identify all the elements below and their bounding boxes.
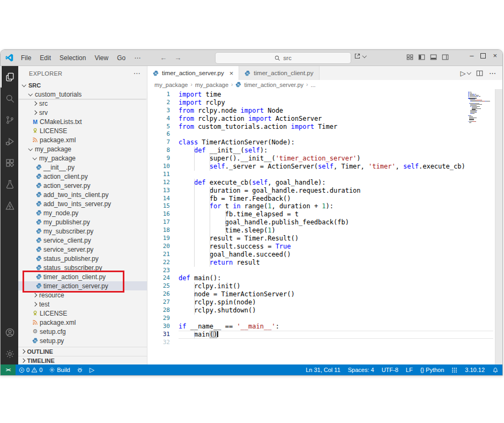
code-line[interactable]: 8 def __init__(self): (147, 147, 502, 155)
code-line[interactable]: 3from rclpy.node import Node (147, 107, 502, 115)
tree-item-package-xml[interactable]: package.xml (18, 318, 147, 327)
code-line[interactable]: 31 main() (147, 331, 502, 339)
sidebar-more-actions-icon[interactable]: ⋯ (134, 69, 140, 77)
code-line[interactable]: 5from custom_tutorials.action import Tim… (147, 123, 502, 131)
minimap[interactable] (468, 92, 494, 125)
tree-item-test[interactable]: test (18, 300, 147, 309)
tab-timer-action-server-py[interactable]: timer_action_server.py× (147, 66, 239, 80)
editor-scrollbar[interactable] (495, 89, 502, 364)
tree-item-my-package[interactable]: my_package (18, 144, 147, 154)
tab-close-icon[interactable]: × (229, 69, 234, 77)
encoding[interactable]: UTF-8 (378, 364, 402, 375)
menu-item-view[interactable]: View (90, 54, 113, 62)
tree-item-custom-tutorials[interactable]: custom_tutorials (18, 90, 147, 99)
code-line[interactable]: 25 rclpy.init() (147, 282, 502, 290)
debug-status-icon[interactable] (73, 364, 86, 375)
run-python-file-button[interactable]: ▷ (461, 69, 471, 77)
code-line[interactable]: 23 (147, 267, 502, 275)
tree-item-service-client-py[interactable]: service_client.py (18, 236, 147, 245)
maximize-button[interactable] (480, 53, 486, 59)
tree-item-cmakelists-txt[interactable]: MCMakeLists.txt (18, 117, 147, 126)
problems-status[interactable]: 0 0 (16, 364, 46, 375)
tree-item-setup-cfg[interactable]: ⚙setup.cfg (18, 327, 147, 336)
code-line[interactable]: 20 result.success = True (147, 243, 502, 251)
menu-item-go[interactable]: Go (113, 54, 130, 62)
build-button[interactable]: Build (46, 364, 73, 375)
tree-item-timer-action-server-py[interactable]: timer_action_server.py (18, 281, 147, 290)
code-line[interactable]: 10 self._server = ActionServer(self, Tim… (147, 163, 502, 171)
breadcrumb-item-my-package[interactable]: my_package (195, 82, 228, 88)
code-line[interactable]: 28 rclpy.shutdown() (147, 307, 502, 315)
tree-item-service-server-py[interactable]: service_server.py (18, 245, 147, 254)
cursor-position[interactable]: Ln 31, Col 11 (302, 364, 344, 375)
ros-distro-indicator[interactable] (448, 364, 461, 375)
build-tasks-icon[interactable] (1, 195, 18, 216)
run-task-icon[interactable]: ▷ (86, 364, 98, 375)
code-line[interactable]: 26 node = TimerActionServer() (147, 290, 502, 298)
panel-outline[interactable]: OUTLINE (18, 347, 147, 356)
code-line[interactable]: 6 (147, 130, 502, 138)
nav-back-icon[interactable]: ← (160, 54, 167, 62)
split-editor-icon[interactable] (476, 70, 483, 77)
code-line[interactable]: 14 fb = Timer.Feedback() (147, 195, 502, 203)
code-line[interactable]: 15 for t in range(1, duration + 1): (147, 202, 502, 210)
explorer-icon[interactable] (1, 66, 18, 87)
toggle-secondary-sidebar-icon[interactable] (442, 54, 449, 61)
code-line[interactable]: 2import rclpy (147, 99, 502, 107)
tree-item-setup-py[interactable]: setup.py (18, 336, 147, 345)
menu-item-file[interactable]: File (17, 54, 35, 62)
code-line[interactable]: 16 fb.time_elapsed = t (147, 210, 502, 218)
breadcrumb-item-timer-action-server-py[interactable]: timer_action_server.py (244, 82, 303, 88)
settings-icon[interactable] (1, 343, 18, 364)
code-line[interactable]: 4from rclpy.action import ActionServer (147, 115, 502, 123)
code-line[interactable]: 32 (147, 339, 502, 347)
tree-item-my-publisher-py[interactable]: my_publisher.py (18, 217, 147, 227)
tab-timer-action-client-py[interactable]: timer_action_client.py (239, 66, 319, 80)
command-center-search[interactable]: src (215, 52, 351, 64)
toggle-primary-sidebar-icon[interactable] (418, 54, 425, 61)
panel-timeline[interactable]: TIMELINE (18, 356, 147, 365)
menu-item-[interactable]: ⋯ (130, 54, 145, 62)
code-line[interactable]: 12 def execute_cb(self, goal_handle): (147, 179, 502, 187)
tree-item-resource[interactable]: resource (18, 290, 147, 300)
menu-item-edit[interactable]: Edit (35, 54, 55, 62)
code-line[interactable]: 17 goal_handle.publish_feedback(fb) (147, 218, 502, 227)
tree-item-my-package[interactable]: my_package (18, 154, 147, 163)
tree-item-init-py[interactable]: __init__.py (18, 163, 147, 172)
code-line[interactable]: 19 result = Timer.Result() (147, 235, 502, 243)
tree-item-action-server-py[interactable]: action_server.py (18, 181, 147, 190)
remote-indicator[interactable]: >< (1, 364, 16, 375)
python-version[interactable]: 3.10.12 (461, 364, 488, 375)
eol-sequence[interactable]: LF (402, 364, 417, 375)
code-line[interactable]: 29 (147, 315, 502, 323)
search-icon[interactable] (1, 87, 18, 109)
tree-item-my-node-py[interactable]: my_node.py (18, 208, 147, 217)
customize-layout-icon[interactable] (406, 54, 413, 61)
code-line[interactable]: 7class TimerActionServer(Node): (147, 138, 502, 147)
tree-item-add-two-ints-client-py[interactable]: add_two_ints_client.py (18, 190, 147, 199)
testing-icon[interactable] (1, 173, 18, 195)
code-line[interactable]: 24def main(): (147, 274, 502, 282)
nav-forward-icon[interactable]: → (174, 54, 181, 62)
tree-item-srv[interactable]: srv (18, 108, 147, 117)
minimize-button[interactable]: – (470, 52, 473, 60)
tree-item-status-subscriber-py[interactable]: status_subscriber.py (18, 263, 147, 272)
tree-item-action-client-py[interactable]: action_client.py (18, 172, 147, 181)
code-line[interactable]: 13 duration = goal_handle.request.durati… (147, 187, 502, 195)
tree-item-status-publisher-py[interactable]: status_publisher.py (18, 254, 147, 263)
indentation[interactable]: Spaces: 4 (344, 364, 378, 375)
run-and-debug-icon[interactable] (1, 130, 18, 152)
code-line[interactable]: 22 return result (147, 259, 502, 267)
account-icon[interactable] (1, 322, 18, 343)
tree-item-src[interactable]: SRC (18, 81, 147, 90)
toggle-panel-icon[interactable] (430, 54, 437, 61)
tree-item-my-subscriber-py[interactable]: my_subscriber.py (18, 227, 147, 236)
code-editor[interactable]: 1import time2import rclpy3from rclpy.nod… (147, 89, 502, 364)
session-actions-icon[interactable] (354, 53, 366, 60)
source-control-icon[interactable] (1, 109, 18, 130)
tree-item-src[interactable]: src (18, 99, 147, 108)
language-mode[interactable]: {} Python (417, 364, 448, 375)
code-line[interactable]: 9 super().__init__('timer_action_server'… (147, 155, 502, 163)
run-dropdown-icon[interactable] (466, 70, 471, 75)
tree-item-add-two-ints-server-py[interactable]: add_two_ints_server.py (18, 199, 147, 208)
